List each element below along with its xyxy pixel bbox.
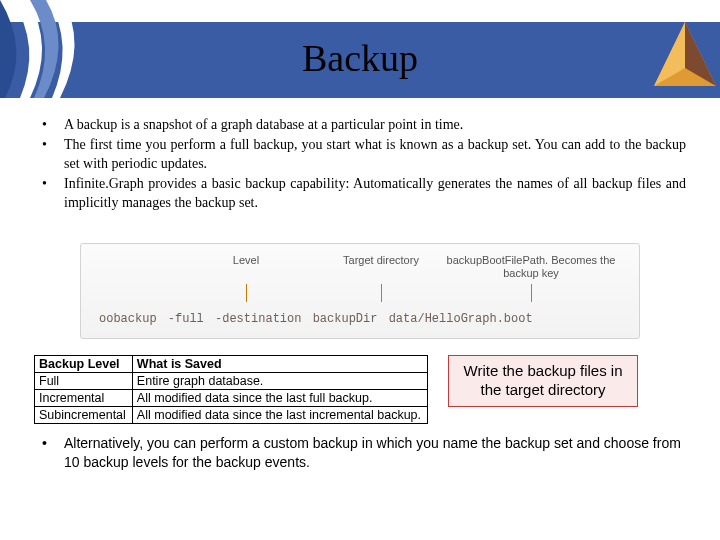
outro-bullet-list: Alternatively, you can perform a custom … [34,434,686,470]
table-cell-level: Full [35,373,133,390]
backup-levels-table: Backup Level What is Saved Full Entire g… [34,355,428,424]
table-cell-level: Incremental [35,390,133,407]
table-cell-desc: All modified data since the last increme… [132,407,427,424]
table-header-level: Backup Level [35,356,133,373]
diagram-label-target: Target directory [306,254,456,266]
table-header-saved: What is Saved [132,356,427,373]
table-cell-desc: All modified data since the last full ba… [132,390,427,407]
slide-header: Backup [0,0,720,98]
diagram-command-text: oobackup -full -destination backupDir da… [99,312,621,326]
intro-bullet: A backup is a snapshot of a graph databa… [34,116,686,135]
intro-bullet-list: A backup is a snapshot of a graph databa… [34,116,686,212]
diagram-connector-icon [531,284,532,302]
table-row: Full Entire graph database. [35,373,428,390]
diagram-connector-icon [246,284,247,302]
diagram-label-level: Level [171,254,321,266]
table-row: Backup Level What is Saved [35,356,428,373]
lower-row: Backup Level What is Saved Full Entire g… [34,355,686,424]
table-row: Subincremental All modified data since t… [35,407,428,424]
slide-title: Backup [0,36,720,80]
intro-bullet: The first time you perform a full backup… [34,136,686,174]
outro-bullet: Alternatively, you can perform a custom … [34,434,686,470]
table-row: Incremental All modified data since the … [35,390,428,407]
table-cell-level: Subincremental [35,407,133,424]
command-diagram: Level Target directory backupBootFilePat… [80,243,640,339]
target-directory-note: Write the backup files in the target dir… [448,355,638,407]
diagram-label-bootpath: backupBootFilePath. Becomes the backup k… [441,254,621,278]
intro-bullet: Infinite.Graph provides a basic backup c… [34,175,686,213]
table-cell-desc: Entire graph database. [132,373,427,390]
intro-section: A backup is a snapshot of a graph databa… [0,98,720,223]
diagram-connector-icon [381,284,382,302]
